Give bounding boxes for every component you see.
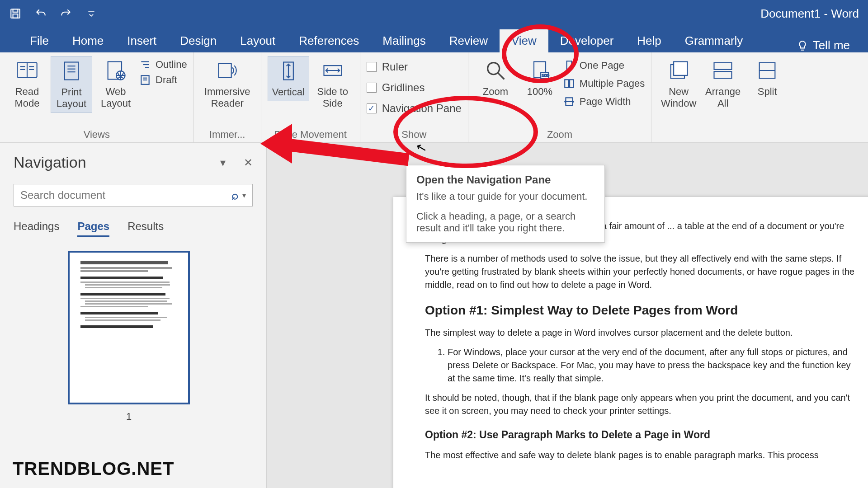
split-button[interactable]: Split xyxy=(746,56,788,100)
doc-text: The simplest way to delete a page in Wor… xyxy=(425,326,859,339)
group-window: New Window Arrange All Split xyxy=(651,52,794,142)
doc-text: The most effective and safe way to delet… xyxy=(425,449,859,462)
ribbon: Read Mode Print Layout Web Layout Outlin… xyxy=(0,52,868,143)
doc-text: There is a number of methods used to sol… xyxy=(425,252,859,291)
vertical-icon xyxy=(277,59,300,83)
one-page-button[interactable]: One Page xyxy=(563,60,645,71)
search-dropdown-icon[interactable]: ▾ xyxy=(242,191,246,200)
read-mode-button[interactable]: Read Mode xyxy=(6,56,48,112)
web-layout-button[interactable]: Web Layout xyxy=(95,56,137,112)
group-zoom: Zoom 100 100% One Page Multiple Pages Pa… xyxy=(468,52,651,142)
tooltip: Open the Navigation Pane It's like a tou… xyxy=(406,165,605,243)
svg-rect-31 xyxy=(570,80,574,87)
nav-tab-results[interactable]: Results xyxy=(127,220,164,237)
navigation-close-icon[interactable]: ✕ xyxy=(244,156,253,169)
svg-rect-35 xyxy=(714,63,732,70)
side-to-side-button[interactable]: Side to Side xyxy=(312,56,354,112)
page-width-icon xyxy=(563,96,575,108)
tooltip-text: It's like a tour guide for your document… xyxy=(416,191,594,202)
page-width-button[interactable]: Page Width xyxy=(563,96,645,108)
navigation-pane: Navigation ▾ ✕ ⌕ ▾ Headings Pages Result… xyxy=(0,143,267,488)
side-to-side-icon xyxy=(321,59,344,82)
save-icon[interactable] xyxy=(9,7,22,20)
tooltip-text: Click a heading, a page, or a search res… xyxy=(416,211,594,234)
new-window-icon xyxy=(667,59,690,82)
immersive-reader-button[interactable]: Immersive Reader xyxy=(200,56,255,112)
doc-list-item: For Windows, place your cursor at the ve… xyxy=(448,346,859,385)
draft-icon xyxy=(139,74,151,86)
tab-developer[interactable]: Developer xyxy=(548,29,626,52)
navigation-dropdown-icon[interactable]: ▾ xyxy=(220,156,226,169)
gridlines-checkbox[interactable]: Gridlines xyxy=(367,81,462,94)
svg-rect-2 xyxy=(13,14,18,18)
group-label-window xyxy=(658,127,788,141)
ruler-checkbox[interactable]: Ruler xyxy=(367,61,462,73)
tab-layout[interactable]: Layout xyxy=(228,29,287,52)
tab-references[interactable]: References xyxy=(287,29,371,52)
group-label-show: Show xyxy=(367,127,462,141)
customize-qat-icon[interactable] xyxy=(85,7,98,20)
svg-rect-21 xyxy=(218,64,231,77)
tab-home[interactable]: Home xyxy=(61,29,115,52)
page-100-icon: 100 xyxy=(528,59,552,82)
print-layout-button[interactable]: Print Layout xyxy=(51,56,92,113)
svg-point-24 xyxy=(488,63,500,75)
svg-text:100: 100 xyxy=(542,73,549,78)
outline-button[interactable]: Outline xyxy=(139,59,187,70)
navigation-pane-checkbox[interactable]: ✓Navigation Pane xyxy=(367,102,462,115)
doc-heading: Option #2: Use Paragraph Marks to Delete… xyxy=(425,427,859,442)
tooltip-title: Open the Navigation Pane xyxy=(416,174,594,186)
nav-tab-headings[interactable]: Headings xyxy=(14,220,59,237)
tab-grammarly[interactable]: Grammarly xyxy=(673,29,755,52)
tab-mailings[interactable]: Mailings xyxy=(371,29,437,52)
redo-icon[interactable] xyxy=(60,7,72,20)
doc-text: It should be noted, though, that if the … xyxy=(425,391,859,418)
doc-heading: Option #1: Simplest Way to Delete Pages … xyxy=(425,301,859,320)
vertical-button[interactable]: Vertical xyxy=(268,56,309,101)
multiple-pages-button[interactable]: Multiple Pages xyxy=(563,78,645,89)
immersive-reader-icon xyxy=(216,59,239,82)
group-label-page-movement: Page Movement xyxy=(268,127,354,141)
zoom-icon xyxy=(484,59,507,82)
group-show: Ruler Gridlines ✓Navigation Pane Show xyxy=(360,52,468,142)
split-icon xyxy=(755,59,779,82)
lightbulb-icon xyxy=(797,40,808,52)
undo-icon[interactable] xyxy=(34,7,47,20)
svg-rect-1 xyxy=(13,9,18,12)
title-bar: Document1 - Word xyxy=(0,0,868,27)
web-layout-icon xyxy=(104,59,127,82)
group-label-zoom: Zoom xyxy=(475,127,645,141)
arrange-all-icon xyxy=(711,59,735,82)
search-icon[interactable]: ⌕ xyxy=(231,188,239,202)
tab-view[interactable]: View xyxy=(500,29,548,52)
tab-review[interactable]: Review xyxy=(438,29,500,52)
outline-icon xyxy=(139,59,151,70)
page-thumbnail[interactable] xyxy=(68,251,190,404)
group-label-views: Views xyxy=(6,127,187,141)
new-window-button[interactable]: New Window xyxy=(658,56,699,112)
tell-me-label: Tell me xyxy=(813,38,850,52)
group-views: Read Mode Print Layout Web Layout Outlin… xyxy=(0,52,194,142)
tab-file[interactable]: File xyxy=(18,29,61,52)
nav-tab-pages[interactable]: Pages xyxy=(77,220,109,237)
draft-button[interactable]: Draft xyxy=(139,74,187,86)
document-title: Document1 - Word xyxy=(760,7,859,21)
svg-line-25 xyxy=(498,73,504,79)
svg-rect-34 xyxy=(674,62,687,75)
tab-design[interactable]: Design xyxy=(168,29,228,52)
tell-me[interactable]: Tell me xyxy=(797,38,850,52)
tab-insert[interactable]: Insert xyxy=(115,29,168,52)
quick-access-toolbar xyxy=(9,7,98,20)
zoom-100-button[interactable]: 100 100% xyxy=(519,56,561,100)
search-input[interactable] xyxy=(20,189,231,202)
arrange-all-button[interactable]: Arrange All xyxy=(702,56,744,112)
svg-rect-29 xyxy=(566,61,571,70)
zoom-button[interactable]: Zoom xyxy=(475,56,516,100)
group-label-immersive: Immer... xyxy=(200,127,255,141)
tab-help[interactable]: Help xyxy=(625,29,673,52)
one-page-icon xyxy=(563,60,575,71)
navigation-search[interactable]: ⌕ ▾ xyxy=(14,184,253,206)
multiple-pages-icon xyxy=(563,78,575,89)
svg-rect-30 xyxy=(565,80,569,87)
ribbon-tabs: File Home Insert Design Layout Reference… xyxy=(0,27,868,52)
